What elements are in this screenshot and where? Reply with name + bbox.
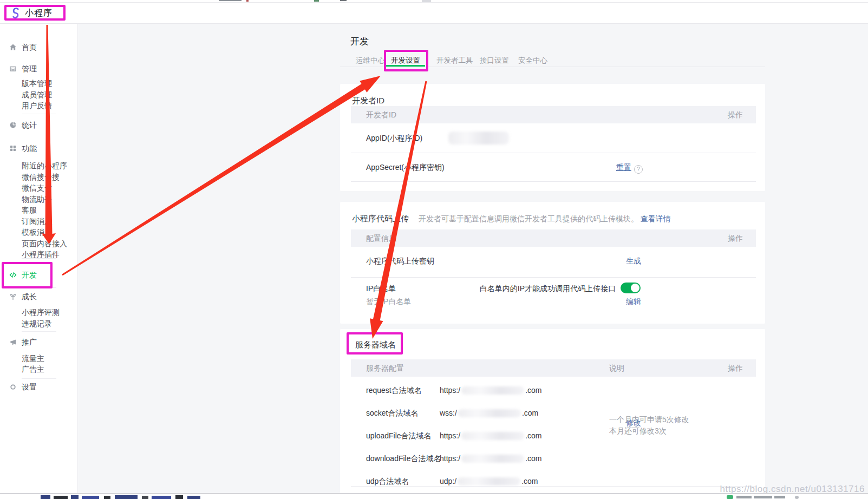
edit-link[interactable]: 编辑	[626, 296, 641, 307]
sidebar-item-user-feedback[interactable]: 用户反馈	[22, 100, 52, 111]
sidebar-item-miniprogram-review[interactable]: 小程序评测	[22, 307, 60, 318]
sidebar-section-divider	[22, 287, 56, 288]
cutoff-fragment	[104, 496, 110, 499]
cutoff-fragment	[314, 0, 319, 2]
sidebar-item-subscribe-message[interactable]: 订阅消息	[22, 216, 52, 227]
domain-prefix: https:/	[440, 453, 460, 464]
modify-quota-note: 一个月内可申请5次修改 本月还可修改3次	[609, 414, 689, 437]
inbox-icon	[9, 65, 17, 73]
help-icon[interactable]: ?	[634, 165, 643, 174]
domain-row-value: https:/ .com	[440, 385, 541, 396]
modify-quota-line2: 本月还可修改3次	[609, 425, 689, 437]
modify-link[interactable]: 修改	[626, 417, 641, 428]
sidebar-item-traffic-master[interactable]: 流量主	[22, 353, 44, 364]
sidebar-item-nearby-miniprogram[interactable]: 附近的小程序	[22, 160, 67, 171]
sidebar-section-divider	[22, 331, 56, 332]
sidebar-section-divider	[22, 114, 56, 114]
domain-row-label: udp合法域名	[366, 476, 409, 487]
sidebar-item-logistics[interactable]: 物流助手	[22, 194, 52, 205]
domain-prefix: wss:/	[440, 408, 457, 418]
section-title: 服务器域名	[355, 339, 396, 350]
table-header: 开发者ID 操作	[351, 106, 756, 123]
reset-link[interactable]: 重置	[616, 163, 631, 172]
sidebar-item-dev[interactable]: 开发	[22, 270, 37, 280]
ip-whitelist-toggle[interactable]	[621, 283, 641, 293]
sidebar-item-version-manage[interactable]: 版本管理	[22, 78, 52, 89]
domain-suffix: .com	[521, 476, 538, 487]
ip-whitelist-label: IP白名单	[366, 283, 396, 294]
domain-prefix: https:/	[440, 430, 460, 441]
sidebar-item-wechat-pay[interactable]: 微信支付	[22, 182, 52, 193]
domain-suffix: .com	[525, 385, 541, 396]
column-header: 操作	[728, 106, 743, 123]
column-header: 操作	[728, 359, 743, 377]
cutoff-fragment	[115, 495, 138, 499]
section-description: 开发者可基于配置信息调用微信开发者工具提供的代码上传模块。	[419, 214, 638, 223]
topbar: 小程序	[0, 3, 868, 24]
sidebar-item-settings[interactable]: 设置	[22, 382, 37, 392]
tab-security-center[interactable]: 安全中心	[518, 56, 547, 65]
developer-id-card: 开发者ID 开发者ID 操作 AppID(小程序ID) AppSecret(小程…	[340, 84, 765, 191]
redacted-domain	[461, 455, 524, 463]
gear-icon	[9, 383, 17, 391]
table-header: 配置信息 操作	[351, 229, 756, 247]
sidebar-item-page-content[interactable]: 页面内容接入	[22, 238, 67, 249]
redacted-appid-value	[448, 132, 509, 145]
sidebar-item-template-message[interactable]: 模板消息	[22, 227, 52, 238]
cutoff-fragment	[175, 495, 183, 499]
cutoff-fragment	[754, 496, 772, 498]
column-header: 说明	[609, 359, 624, 377]
cutoff-fragment	[54, 496, 68, 499]
upload-key-label: 小程序代码上传密钥	[366, 255, 434, 266]
domain-row-value: wss:/ .com	[440, 408, 538, 418]
redacted-domain	[461, 432, 524, 440]
sidebar-item-manage[interactable]: 管理	[22, 63, 37, 74]
row-divider	[351, 181, 756, 182]
sidebar-section-divider	[22, 258, 56, 259]
tab-dev-settings[interactable]: 开发设置	[391, 56, 420, 65]
sidebar-item-growth[interactable]: 成长	[22, 291, 37, 302]
appsecret-label: AppSecret(小程序密钥)	[366, 162, 445, 173]
appsecret-actions: 重置?	[616, 162, 643, 173]
home-icon	[9, 43, 17, 51]
domain-row-value: https:/ .com	[440, 453, 541, 464]
arrow-brand-to-dev	[42, 25, 56, 244]
sidebar-item-home[interactable]: 首页	[22, 42, 37, 52]
server-domain-card: 服务器域名 服务器配置 说明 操作 request合法域名 https:/ .c…	[340, 329, 765, 494]
redacted-domain	[458, 409, 521, 417]
cutoff-fragment	[219, 0, 242, 1]
cutoff-fragment	[142, 496, 148, 499]
tab-developer-tools[interactable]: 开发者工具	[436, 56, 473, 65]
appid-label: AppID(小程序ID)	[366, 133, 422, 143]
cutoff-fragment	[340, 0, 347, 1]
page-title: 开发	[350, 36, 369, 48]
cutoff-fragment	[152, 496, 171, 499]
miniprogram-logo-icon[interactable]	[10, 7, 22, 19]
domain-row-label: request合法域名	[366, 385, 422, 396]
generate-link[interactable]: 生成	[626, 255, 641, 266]
cutoff-fragment	[41, 495, 50, 499]
code-upload-card: 小程序代码上传 开发者可基于配置信息调用微信开发者工具提供的代码上传模块。 查看…	[340, 202, 765, 324]
redacted-domain	[458, 477, 520, 485]
cutoff-fragment	[82, 496, 99, 499]
sidebar-section-divider	[22, 378, 56, 379]
cutoff-fragment	[795, 496, 799, 499]
sidebar-item-customer-service[interactable]: 客服	[22, 205, 37, 215]
tab-api-settings[interactable]: 接口设置	[480, 56, 509, 65]
domain-row-value: https:/ .com	[440, 430, 541, 441]
column-header: 服务器配置	[366, 359, 404, 377]
domain-row-label: uploadFile合法域名	[366, 430, 432, 441]
megaphone-icon	[9, 338, 17, 346]
cutoff-fragment	[71, 495, 79, 499]
tab-operations-center[interactable]: 运维中心	[356, 56, 385, 65]
view-details-link[interactable]: 查看详情	[641, 214, 671, 223]
sprout-icon	[9, 293, 17, 300]
sidebar-item-stats[interactable]: 统计	[22, 120, 37, 130]
sidebar-item-violation-record[interactable]: 违规记录	[22, 318, 52, 329]
sidebar-item-wechat-search[interactable]: 微信搜一搜	[22, 172, 60, 182]
sidebar-item-member-manage[interactable]: 成员管理	[22, 89, 52, 100]
sidebar-item-promo[interactable]: 推广	[22, 337, 37, 347]
active-tab-underline	[386, 65, 425, 67]
sidebar-item-features[interactable]: 功能	[22, 143, 37, 154]
sidebar-item-advertiser[interactable]: 广告主	[22, 364, 44, 375]
